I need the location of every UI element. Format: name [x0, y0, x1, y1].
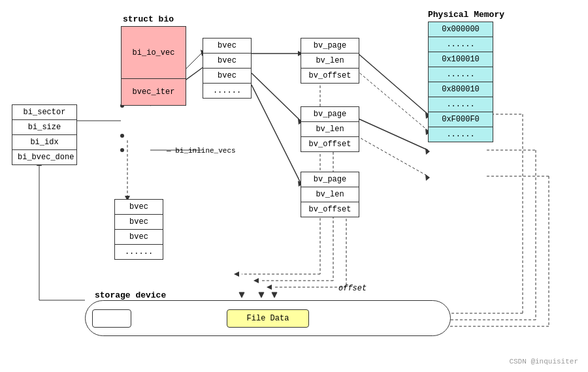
bvec-bot-3: bvec	[115, 230, 163, 245]
bvec-top-1: bvec	[203, 39, 251, 54]
offset-label: offset	[338, 284, 367, 293]
struct-bio-title: struct bio	[123, 14, 174, 24]
svg-marker-32	[239, 292, 244, 298]
bv-len-3: bv_len	[301, 187, 359, 202]
svg-line-15	[252, 73, 301, 121]
pm-dots-1: ......	[429, 37, 493, 52]
pm-0xF000F0: 0xF000F0	[429, 112, 493, 127]
bi-inline-vecs-label: — bi_inline_vecs	[167, 147, 236, 155]
bi-sector-cell: bi_sector	[12, 105, 76, 120]
watermark: CSDN @inquisiter	[509, 358, 578, 365]
bvec-array-top-box: bvec bvec bvec ......	[203, 38, 252, 99]
pm-dots-3: ......	[429, 97, 493, 112]
file-data-box: File Data	[227, 309, 310, 328]
svg-line-19	[353, 134, 428, 176]
svg-line-11	[353, 49, 428, 114]
bvec3-box: bv_page bv_len bv_offset	[301, 172, 359, 217]
physical-memory-title: Physical Memory	[428, 10, 504, 20]
pm-dots-4: ......	[429, 127, 493, 142]
svg-marker-34	[272, 292, 277, 298]
bi-bvec-done-cell: bi_bvec_done	[12, 150, 76, 164]
bvec-top-4: ......	[203, 84, 251, 98]
svg-point-51	[120, 134, 124, 138]
storage-device-label: storage device	[95, 290, 166, 300]
bv-page-3: bv_page	[301, 172, 359, 187]
pm-dots-2: ......	[429, 67, 493, 82]
bi-size-cell: bi_size	[12, 120, 76, 135]
svg-marker-20	[425, 174, 430, 181]
storage-device-box: File Data	[85, 300, 451, 336]
pm-0x000000: 0x000000	[429, 22, 493, 37]
bvec-array-bottom-box: bvec bvec bvec ......	[114, 199, 163, 260]
svg-marker-28	[253, 278, 259, 283]
bi-io-vec-cell: bi_io_vec	[122, 27, 186, 79]
pm-0x100010: 0x100010	[429, 52, 493, 67]
bvec-bot-4: ......	[115, 245, 163, 259]
bvec-top-2: bvec	[203, 54, 251, 69]
bvec1-box: bv_page bv_len bv_offset	[301, 38, 359, 84]
bv-page-2: bv_page	[301, 107, 359, 122]
bvec-iter-cell: bvec_iter	[122, 79, 186, 105]
bvec2-box: bv_page bv_len bv_offset	[301, 106, 359, 152]
bv-len-1: bv_len	[301, 54, 359, 69]
storage-left-box	[92, 309, 131, 328]
svg-marker-31	[267, 285, 272, 290]
bvec-bot-1: bvec	[115, 200, 163, 215]
bv-offset-3: bv_offset	[301, 202, 359, 217]
diagram-container: struct bio bi_io_vec bvec_iter bi_sector…	[0, 0, 588, 372]
svg-line-17	[353, 116, 428, 150]
pm-0x800010: 0x800010	[429, 82, 493, 97]
svg-marker-33	[259, 292, 264, 298]
svg-point-52	[120, 148, 124, 152]
svg-line-21	[252, 85, 301, 183]
bv-offset-1: bv_offset	[301, 69, 359, 83]
bv-offset-2: bv_offset	[301, 137, 359, 151]
bi-idx-cell: bi_idx	[12, 135, 76, 150]
svg-marker-18	[425, 148, 430, 155]
svg-marker-25	[234, 271, 239, 277]
physical-memory-box: 0x000000 ...... 0x100010 ...... 0x800010…	[428, 22, 493, 142]
struct-bio-box: bi_io_vec bvec_iter	[121, 26, 186, 106]
bvec-top-3: bvec	[203, 69, 251, 84]
svg-line-13	[353, 67, 428, 131]
bvec-iter-fields-box: bi_sector bi_size bi_idx bi_bvec_done	[12, 104, 77, 165]
bv-len-2: bv_len	[301, 122, 359, 137]
bvec-bot-2: bvec	[115, 215, 163, 230]
bv-page-1: bv_page	[301, 39, 359, 54]
